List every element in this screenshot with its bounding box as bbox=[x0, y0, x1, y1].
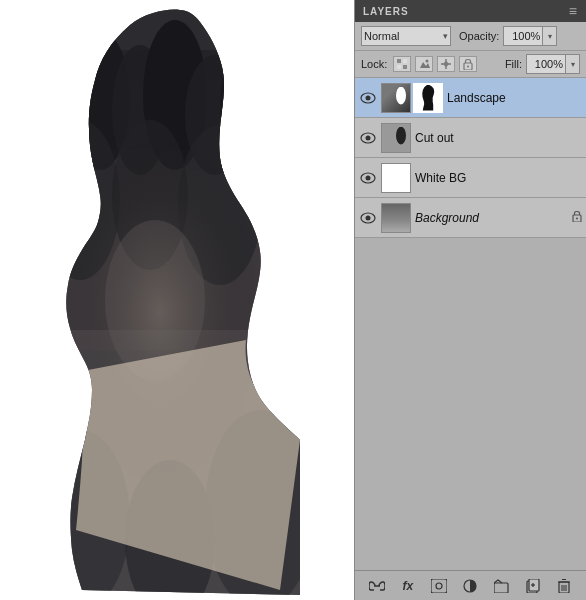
layer-thumb-wrapper-landscape bbox=[381, 83, 443, 113]
layer-thumb-background-main bbox=[381, 203, 411, 233]
layer-thumb-landscape-main bbox=[381, 83, 411, 113]
lock-image-btn[interactable] bbox=[415, 56, 433, 72]
layers-panel-title: LAYERS bbox=[363, 6, 409, 17]
panel-menu-icon[interactable]: ≡ bbox=[569, 3, 578, 19]
svg-rect-26 bbox=[397, 65, 401, 69]
link-button[interactable] bbox=[366, 575, 388, 597]
svg-rect-24 bbox=[403, 65, 407, 69]
layer-thumb-wrapper-background bbox=[381, 203, 411, 233]
blend-mode-select-wrapper[interactable]: Normal Dissolve Multiply Screen Overlay bbox=[361, 26, 451, 46]
svg-point-42 bbox=[576, 218, 578, 220]
lock-row: Lock: bbox=[355, 51, 586, 78]
layer-name-cutout: Cut out bbox=[415, 131, 582, 145]
layer-name-landscape: Landscape bbox=[447, 91, 582, 105]
layers-panel-header: LAYERS ≡ bbox=[355, 0, 586, 22]
fill-arrow[interactable]: ▾ bbox=[566, 54, 580, 74]
svg-point-36 bbox=[366, 135, 371, 140]
layers-list: Landscape Cut out bbox=[355, 78, 586, 570]
lock-transparent-btn[interactable] bbox=[393, 56, 411, 72]
layer-name-background: Background bbox=[415, 211, 568, 225]
layer-item-background[interactable]: Background bbox=[355, 198, 586, 238]
lock-position-btn[interactable] bbox=[437, 56, 455, 72]
new-group-button[interactable] bbox=[491, 575, 513, 597]
layer-visibility-background[interactable] bbox=[359, 209, 377, 227]
fill-input-group: 100% ▾ bbox=[526, 54, 580, 74]
fx-button[interactable]: fx bbox=[397, 575, 419, 597]
blend-mode-select[interactable]: Normal Dissolve Multiply Screen Overlay bbox=[361, 26, 451, 46]
layer-visibility-cutout[interactable] bbox=[359, 129, 377, 147]
layer-thumb-landscape-mask bbox=[413, 83, 443, 113]
layer-lock-icon-background bbox=[572, 210, 582, 225]
layers-panel: LAYERS ≡ Normal Dissolve Multiply Screen… bbox=[354, 0, 586, 600]
add-mask-button[interactable] bbox=[428, 575, 450, 597]
svg-rect-25 bbox=[403, 59, 407, 63]
lock-all-btn[interactable] bbox=[459, 56, 477, 72]
svg-point-27 bbox=[426, 60, 429, 63]
opacity-input[interactable]: 100% bbox=[503, 26, 543, 46]
layer-item-whitebg[interactable]: White BG bbox=[355, 158, 586, 198]
layer-thumb-cutout-main bbox=[381, 123, 411, 153]
opacity-arrow[interactable]: ▾ bbox=[543, 26, 557, 46]
delete-layer-button[interactable] bbox=[553, 575, 575, 597]
canvas bbox=[0, 0, 355, 600]
layer-visibility-whitebg[interactable] bbox=[359, 169, 377, 187]
svg-rect-47 bbox=[494, 583, 508, 593]
layer-thumb-whitebg-main bbox=[381, 163, 411, 193]
layers-bottom-bar: fx bbox=[355, 570, 586, 600]
adjustment-button[interactable] bbox=[459, 575, 481, 597]
layer-name-whitebg: White BG bbox=[415, 171, 582, 185]
layer-visibility-landscape[interactable] bbox=[359, 89, 377, 107]
svg-point-40 bbox=[366, 215, 371, 220]
svg-point-32 bbox=[467, 66, 469, 68]
svg-rect-23 bbox=[397, 59, 401, 63]
svg-point-34 bbox=[366, 95, 371, 100]
blend-mode-row: Normal Dissolve Multiply Screen Overlay … bbox=[355, 22, 586, 51]
lock-label: Lock: bbox=[361, 58, 387, 70]
fill-label: Fill: bbox=[505, 58, 522, 70]
opacity-label: Opacity: bbox=[459, 30, 499, 42]
layer-item-cutout[interactable]: Cut out bbox=[355, 118, 586, 158]
svg-rect-44 bbox=[431, 579, 447, 593]
fill-input[interactable]: 100% bbox=[526, 54, 566, 74]
new-layer-button[interactable] bbox=[522, 575, 544, 597]
svg-point-45 bbox=[436, 583, 442, 589]
layer-thumb-wrapper-whitebg bbox=[381, 163, 411, 193]
layer-thumb-wrapper-cutout bbox=[381, 123, 411, 153]
opacity-input-group: 100% ▾ bbox=[503, 26, 557, 46]
svg-point-38 bbox=[366, 175, 371, 180]
layer-item-landscape[interactable]: Landscape bbox=[355, 78, 586, 118]
